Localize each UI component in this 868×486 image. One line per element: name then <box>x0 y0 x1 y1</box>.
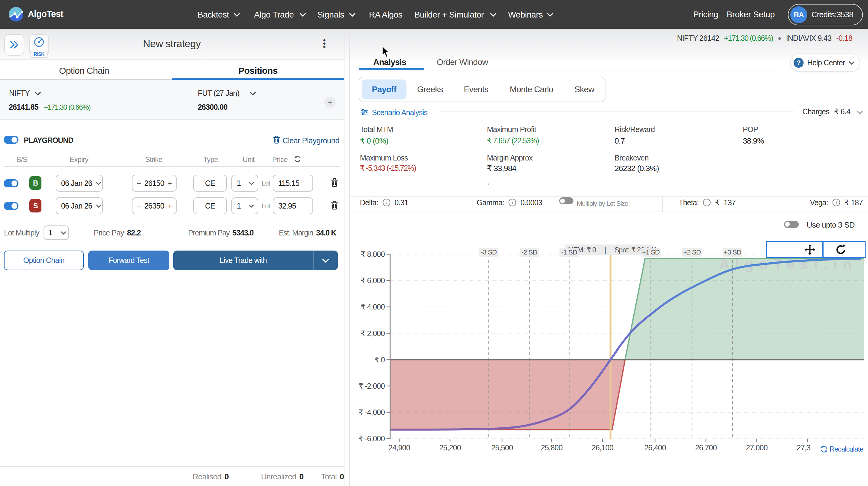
svg-text:24,900: 24,900 <box>388 443 410 452</box>
svg-text:i: i <box>512 200 513 205</box>
svg-text:₹ 0: ₹ 0 <box>374 355 385 364</box>
svg-text:+3 SD: +3 SD <box>724 249 741 256</box>
svg-text:₹ -4,000: ₹ -4,000 <box>359 408 385 417</box>
svg-text:₹ 2,000: ₹ 2,000 <box>361 329 385 337</box>
svg-text:₹ -6,000: ₹ -6,000 <box>359 434 385 443</box>
svg-text:25,500: 25,500 <box>491 443 513 452</box>
svg-text:i: i <box>706 200 707 205</box>
svg-text:-3 SD: -3 SD <box>481 249 497 256</box>
svg-text:27,000: 27,000 <box>746 443 768 452</box>
svg-text:+1 SD: +1 SD <box>642 249 660 256</box>
svg-text:₹ 6,000: ₹ 6,000 <box>361 276 385 285</box>
svg-text:₹ 8,000: ₹ 8,000 <box>361 250 385 258</box>
svg-text:-2 SD: -2 SD <box>521 249 537 256</box>
svg-text:₹ -2,000: ₹ -2,000 <box>359 382 385 390</box>
svg-text:-1 SD: -1 SD <box>561 249 577 256</box>
svg-text:26,400: 26,400 <box>644 443 666 452</box>
svg-text:25,800: 25,800 <box>541 443 562 452</box>
svg-text:₹ 4,000: ₹ 4,000 <box>361 302 385 311</box>
svg-text:25,200: 25,200 <box>439 443 461 452</box>
svg-text:+2 SD: +2 SD <box>683 249 701 256</box>
svg-text:i: i <box>386 200 387 205</box>
svg-text:26,700: 26,700 <box>695 443 717 452</box>
svg-text:26,100: 26,100 <box>592 443 613 452</box>
svg-text:i: i <box>836 200 837 205</box>
